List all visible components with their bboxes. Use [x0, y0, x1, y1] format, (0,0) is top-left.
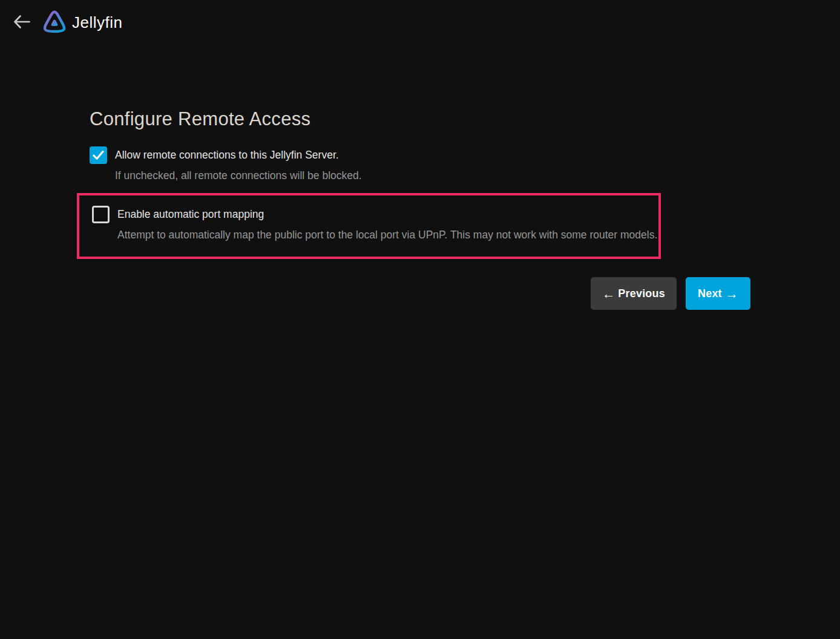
- port-mapping-checkbox[interactable]: [92, 206, 110, 223]
- port-mapping-description: Attempt to automatically map the public …: [117, 229, 658, 241]
- port-mapping-label[interactable]: Enable automatic port mapping: [117, 208, 264, 221]
- wizard-navigation: ← Previous Next →: [90, 277, 750, 310]
- jellyfin-wordmark: Jellyfin: [72, 13, 122, 32]
- previous-button-label: Previous: [618, 287, 665, 300]
- arrow-left-icon: [13, 14, 31, 31]
- arrow-right-icon: →: [726, 287, 738, 300]
- option-port-mapping-row[interactable]: Enable automatic port mapping: [92, 206, 658, 223]
- jellyfin-logo: Jellyfin: [42, 7, 122, 38]
- jellyfin-logo-icon: [42, 7, 67, 38]
- page-title: Configure Remote Access: [90, 108, 750, 130]
- allow-remote-label[interactable]: Allow remote connections to this Jellyfi…: [115, 149, 339, 162]
- option-allow-remote-row[interactable]: Allow remote connections to this Jellyfi…: [90, 146, 750, 164]
- option-allow-remote: Allow remote connections to this Jellyfi…: [90, 146, 750, 182]
- previous-button[interactable]: ← Previous: [591, 277, 677, 310]
- allow-remote-checkbox[interactable]: [90, 146, 107, 164]
- allow-remote-description: If unchecked, all remote connections wil…: [115, 169, 750, 182]
- header: Jellyfin: [0, 0, 840, 38]
- option-port-mapping: Enable automatic port mapping Attempt to…: [92, 206, 658, 241]
- arrow-left-icon: ←: [602, 287, 615, 300]
- highlight-annotation-box: Enable automatic port mapping Attempt to…: [77, 193, 661, 259]
- next-button[interactable]: Next →: [686, 277, 750, 310]
- setup-wizard-page: Jellyfin Configure Remote Access Allow r…: [0, 0, 840, 639]
- back-button[interactable]: [10, 10, 34, 34]
- next-button-label: Next: [698, 287, 722, 300]
- main-content: Configure Remote Access Allow remote con…: [90, 108, 750, 310]
